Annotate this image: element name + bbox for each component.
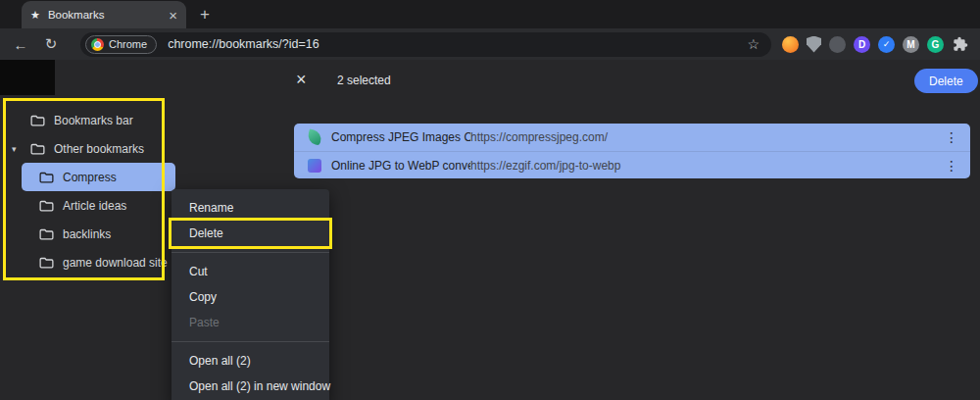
selected-count-label: 2 selected — [337, 74, 391, 87]
overflow-menu-icon[interactable]: ⋮ — [945, 158, 958, 174]
browser-window: ★ Bookmarks × + ← ↻ Chrome chrome://book… — [0, 0, 980, 400]
url-text[interactable]: chrome://bookmarks/?id=16 — [168, 37, 319, 51]
menu-item-open-all-new-window[interactable]: Open all (2) in new window — [172, 374, 329, 399]
extensions-puzzle-icon[interactable] — [952, 36, 968, 53]
chrome-badge-label: Chrome — [109, 38, 147, 50]
browser-toolbar: ← ↻ Chrome chrome://bookmarks/?id=16 ☆ D… — [0, 28, 980, 60]
bookmarks-manager-page: × 2 selected Delete Bookmarks bar ▾ Othe… — [0, 60, 980, 400]
shield-extension-icon[interactable] — [807, 36, 821, 53]
d-extension-icon[interactable]: D — [854, 36, 870, 53]
sidebar-item-label: Article ideas — [63, 199, 126, 213]
sidebar-item-article-ideas[interactable]: Article ideas — [0, 191, 188, 220]
extension-icons: D ✓ M G — [782, 36, 968, 53]
bookmark-title: Compress JPEG Images Online — [331, 130, 470, 144]
compressjpeg-favicon — [306, 128, 322, 145]
folder-icon — [39, 228, 54, 240]
sidebar-item-compress[interactable]: Compress — [22, 163, 175, 191]
folder-icon — [30, 143, 45, 155]
star-favicon-icon: ★ — [30, 10, 40, 21]
chrome-logo-icon — [91, 38, 104, 51]
chevron-down-icon[interactable]: ▾ — [12, 144, 30, 154]
gray-extension-icon[interactable] — [829, 36, 846, 53]
sidebar-item-other-bookmarks[interactable]: ▾ Other bookmarks — [0, 134, 188, 163]
bookmark-row-compressjpeg[interactable]: Compress JPEG Images Online https://comp… — [294, 124, 970, 151]
menu-item-paste: Paste — [172, 310, 329, 335]
folder-icon — [39, 172, 54, 183]
corner-block — [0, 60, 55, 95]
sidebar-item-label: backlinks — [63, 227, 111, 241]
tab-strip: ★ Bookmarks × + — [0, 0, 980, 28]
sidebar-item-game-download-site[interactable]: game download site — [0, 248, 188, 276]
bookmark-title: Online JPG to WebP converter — [331, 159, 470, 173]
tab-close-icon[interactable]: × — [169, 8, 177, 23]
bookmark-star-icon[interactable]: ☆ — [747, 36, 760, 52]
back-icon[interactable]: ← — [12, 36, 29, 53]
folder-icon — [39, 200, 54, 212]
sidebar-item-backlinks[interactable]: backlinks — [0, 220, 188, 248]
menu-item-rename[interactable]: Rename — [172, 195, 329, 221]
menu-item-cut[interactable]: Cut — [172, 259, 329, 284]
check-extension-icon[interactable]: ✓ — [878, 36, 895, 53]
bookmark-row-ezgif[interactable]: Online JPG to WebP converter https://ezg… — [294, 151, 970, 178]
chrome-badge: Chrome — [85, 35, 157, 54]
menu-item-delete[interactable]: Delete — [172, 221, 329, 246]
folder-tree: Bookmarks bar ▾ Other bookmarks Compress — [0, 106, 188, 276]
tab-title: Bookmarks — [48, 9, 161, 21]
menu-item-copy[interactable]: Copy — [172, 284, 329, 310]
orange-extension-icon[interactable] — [782, 36, 799, 53]
menu-divider — [172, 341, 329, 342]
menu-item-open-all[interactable]: Open all (2) — [172, 348, 329, 374]
sidebar-item-label: game download site — [63, 256, 168, 270]
m-extension-icon[interactable]: M — [903, 36, 919, 53]
sidebar-item-label: Compress — [63, 171, 117, 184]
ezgif-favicon — [308, 159, 321, 173]
bookmark-url: https://ezgif.com/jpg-to-webp — [470, 159, 620, 173]
context-menu: Rename Delete Cut Copy Paste Open all (2… — [172, 189, 329, 400]
sidebar-item-label: Other bookmarks — [54, 142, 144, 156]
grammarly-extension-icon[interactable]: G — [927, 36, 944, 53]
clear-selection-icon[interactable]: × — [296, 68, 307, 92]
delete-button[interactable]: Delete — [914, 69, 978, 93]
address-bar[interactable]: Chrome chrome://bookmarks/?id=16 ☆ — [80, 32, 771, 57]
new-tab-button[interactable]: + — [194, 4, 216, 25]
sidebar-item-bookmarks-bar[interactable]: Bookmarks bar — [0, 106, 188, 134]
bookmark-list: Compress JPEG Images Online https://comp… — [294, 124, 970, 178]
overflow-menu-icon[interactable]: ⋮ — [945, 129, 958, 145]
menu-divider — [172, 252, 329, 253]
bookmark-url: https://compressjpeg.com/ — [470, 130, 608, 144]
reload-icon[interactable]: ↻ — [42, 35, 60, 53]
tab-bookmarks[interactable]: ★ Bookmarks × — [22, 1, 186, 28]
folder-icon — [39, 257, 54, 269]
folder-icon — [30, 115, 45, 126]
sidebar-item-label: Bookmarks bar — [54, 114, 133, 127]
